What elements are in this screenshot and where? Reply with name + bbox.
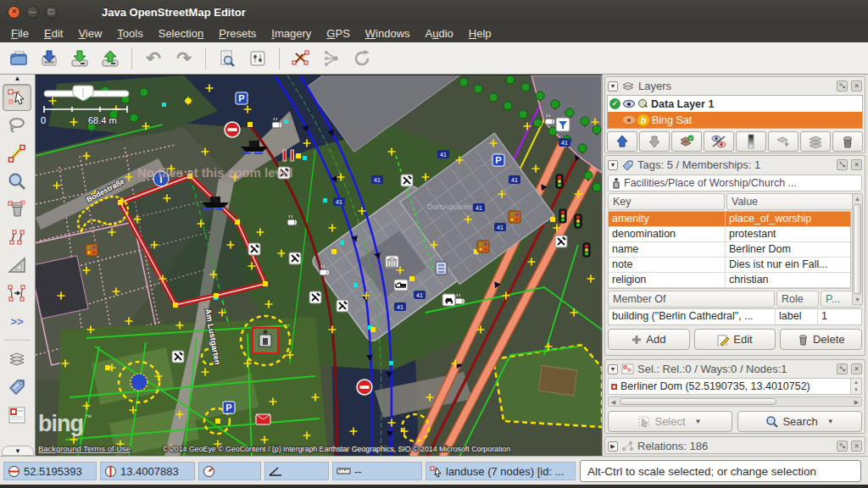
toggle-visibility-button[interactable] bbox=[704, 131, 734, 152]
menu-tools[interactable]: Tools bbox=[109, 25, 150, 42]
layer-row-data[interactable]: ✓ Data Layer 1 bbox=[608, 96, 862, 112]
lasso-tool-button[interactable] bbox=[3, 112, 31, 139]
menu-windows[interactable]: Windows bbox=[358, 25, 418, 42]
tag-row[interactable]: nameBerliner Dom bbox=[609, 242, 850, 258]
stick-panel-icon[interactable]: ⊶ bbox=[837, 159, 848, 170]
menu-file[interactable]: File bbox=[3, 25, 36, 42]
merge-layer-button[interactable] bbox=[768, 131, 798, 152]
selection-list-item[interactable]: Berliner Dom (52.5190735, 13.4010752) bbox=[609, 380, 850, 392]
delete-tag-button[interactable]: Delete bbox=[780, 329, 862, 350]
improve-accuracy-tool-button[interactable] bbox=[3, 280, 31, 307]
update-data-button[interactable] bbox=[348, 46, 376, 71]
menu-audio[interactable]: Audio bbox=[418, 25, 461, 42]
draw-node-tool-button[interactable] bbox=[3, 140, 31, 167]
menu-view[interactable]: View bbox=[70, 25, 109, 42]
redo-button[interactable]: ↷ bbox=[170, 46, 198, 71]
tags-vertical-scrollbar[interactable]: ▲ ▼ bbox=[852, 193, 863, 305]
preferences-button[interactable] bbox=[243, 46, 272, 71]
selection-panel-toggle-button[interactable] bbox=[3, 402, 31, 429]
tag-row[interactable]: denominationprotestant bbox=[609, 227, 850, 242]
collapse-icon[interactable]: ▶ bbox=[608, 441, 618, 452]
menu-edit[interactable]: Edit bbox=[36, 25, 70, 42]
terms-of-use-link[interactable]: Background Terms of Use bbox=[38, 444, 131, 453]
more-tools-icon: >> bbox=[10, 315, 23, 328]
menu-help[interactable]: Help bbox=[461, 25, 499, 42]
tag-row[interactable]: noteDies ist nur ein Fall... bbox=[609, 258, 850, 273]
zoom-tool-button[interactable] bbox=[3, 168, 31, 195]
add-tag-button[interactable]: Add bbox=[608, 329, 690, 350]
selection-horizontal-scrollbar[interactable]: ◀▶ bbox=[608, 396, 862, 407]
membership-row[interactable]: building ("Berlin Cathedral", ... label … bbox=[609, 309, 861, 324]
delete-layer-button[interactable] bbox=[832, 131, 863, 152]
move-layer-up-button[interactable] bbox=[607, 131, 637, 152]
undo-button[interactable]: ↶ bbox=[139, 46, 168, 71]
selected-node-berliner-dom[interactable] bbox=[253, 328, 278, 353]
search-button[interactable]: Search ▼ bbox=[737, 411, 862, 432]
stick-panel-icon[interactable]: ⊶ bbox=[837, 80, 848, 92]
duplicate-layer-icon bbox=[808, 135, 823, 148]
tag-row[interactable]: amenityplace_of_worship bbox=[609, 212, 850, 227]
parallel-way-tool-button[interactable] bbox=[3, 224, 31, 251]
minimize-window-button[interactable]: — bbox=[26, 6, 39, 19]
collapse-icon[interactable]: ▼ bbox=[608, 364, 618, 374]
more-tools-button[interactable]: >> bbox=[3, 308, 31, 335]
close-window-button[interactable]: ✕ bbox=[8, 6, 20, 19]
shop-icon bbox=[86, 244, 97, 256]
column-header-key[interactable]: Key bbox=[608, 193, 725, 210]
merge-layer-icon bbox=[776, 135, 791, 148]
close-panel-icon[interactable]: ✕ bbox=[851, 441, 862, 452]
extrude-tool-button[interactable] bbox=[3, 252, 31, 279]
close-panel-icon[interactable]: ✕ bbox=[851, 159, 862, 170]
menu-selection[interactable]: Selection bbox=[151, 25, 212, 42]
side-panels: ▼ Layers ⊶ ✕ ✓ Data Layer 1 bbox=[602, 75, 868, 456]
duplicate-layer-button[interactable] bbox=[800, 131, 831, 152]
edit-tag-button[interactable]: Edit bbox=[694, 329, 776, 350]
layers-panel-toggle-button[interactable] bbox=[3, 346, 31, 373]
download-button[interactable] bbox=[65, 46, 94, 71]
activate-layer-button[interactable] bbox=[671, 131, 702, 152]
select-button[interactable]: Select ▼ bbox=[608, 411, 732, 432]
open-button[interactable] bbox=[4, 46, 33, 71]
svg-text:41: 41 bbox=[416, 292, 423, 298]
search-presets-button[interactable] bbox=[213, 46, 242, 71]
collapse-icon[interactable]: ▼ bbox=[608, 160, 618, 170]
preset-link[interactable]: Facilities/Place of Worship/Church ... bbox=[608, 175, 862, 191]
visibility-eye-icon[interactable] bbox=[623, 116, 635, 124]
stick-panel-icon[interactable]: ⊶ bbox=[837, 363, 848, 374]
close-panel-icon[interactable]: ✕ bbox=[851, 363, 862, 374]
tools-scroll-down[interactable]: ▼ bbox=[2, 446, 34, 456]
selection-spinner[interactable]: ▲▼ bbox=[850, 379, 861, 394]
column-header-member-of[interactable]: Member Of bbox=[608, 291, 775, 308]
longitude-field: 13.4007883 bbox=[100, 462, 195, 480]
map-view[interactable]: P P P i bbox=[36, 75, 602, 456]
menu-gps[interactable]: GPS bbox=[319, 25, 357, 42]
combine-way-button[interactable] bbox=[317, 46, 346, 71]
delete-layer-icon bbox=[841, 135, 854, 148]
tools-scroll-up[interactable]: ▲ bbox=[0, 75, 35, 83]
split-way-button[interactable] bbox=[287, 46, 315, 71]
combine-way-icon bbox=[321, 48, 342, 69]
column-header-role[interactable]: Role bbox=[776, 291, 819, 308]
tags-panel-toggle-button[interactable] bbox=[3, 374, 31, 401]
stick-panel-icon[interactable]: ⊶ bbox=[837, 441, 848, 452]
collapse-icon[interactable]: ▼ bbox=[608, 81, 618, 92]
maximize-window-button[interactable]: ▢ bbox=[45, 6, 58, 19]
menu-imagery[interactable]: Imagery bbox=[264, 25, 319, 42]
church-preset-icon bbox=[612, 178, 620, 189]
column-header-value[interactable]: Value bbox=[726, 193, 862, 210]
close-panel-icon[interactable]: ✕ bbox=[851, 80, 862, 92]
no-entry-sign-icon bbox=[225, 122, 240, 137]
save-button[interactable] bbox=[35, 46, 64, 71]
layer-opacity-button[interactable] bbox=[736, 131, 766, 152]
panel-title: Relations: 186 bbox=[637, 440, 833, 452]
delete-tool-button[interactable] bbox=[3, 196, 31, 223]
zoom-tool-icon bbox=[7, 171, 27, 191]
move-layer-down-button[interactable] bbox=[639, 131, 670, 152]
upload-button[interactable] bbox=[96, 46, 125, 71]
select-tool-button[interactable] bbox=[3, 84, 31, 111]
imagery-copyright: © 2014 GeoEye © GeoContent / (p) Intergr… bbox=[163, 445, 510, 453]
layer-row-bing[interactable]: b Bing Sat bbox=[608, 112, 862, 128]
visibility-eye-icon[interactable] bbox=[623, 100, 635, 108]
menu-presets[interactable]: Presets bbox=[211, 25, 264, 42]
tag-row[interactable]: religionchristian bbox=[609, 273, 850, 288]
